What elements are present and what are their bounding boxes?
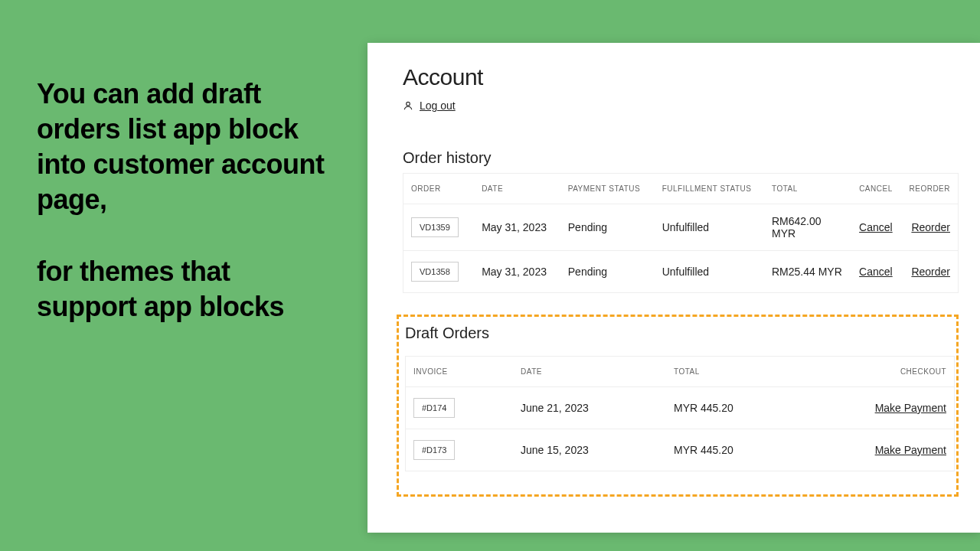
- draft-orders-title: Draft Orders: [405, 324, 949, 342]
- order-history-table: ORDER DATE PAYMENT STATUS FULFILLMENT ST…: [403, 173, 959, 293]
- cell-total: MYR 445.20: [666, 387, 819, 429]
- order-history-title: Order history: [403, 149, 959, 167]
- cell-payment: Pending: [560, 251, 655, 293]
- table-row: #D173 June 15, 2023 MYR 445.20 Make Paym…: [406, 429, 954, 471]
- order-chip[interactable]: VD1358: [411, 262, 459, 282]
- col-invoice: INVOICE: [406, 357, 513, 387]
- promo-line-2: for themes that support app blocks: [37, 254, 328, 324]
- user-icon: [403, 100, 413, 111]
- cell-date: June 15, 2023: [513, 429, 666, 471]
- col-total: TOTAL: [764, 174, 851, 204]
- draft-orders-highlight: Draft Orders INVOICE DATE TOTAL CHECKOUT…: [397, 315, 959, 497]
- col-total: TOTAL: [666, 357, 819, 387]
- cell-total: RM642.00 MYR: [764, 204, 851, 251]
- make-payment-link[interactable]: Make Payment: [875, 402, 946, 414]
- table-row: VD1358 May 31, 2023 Pending Unfulfilled …: [403, 251, 958, 293]
- cell-fulfillment: Unfulfilled: [655, 251, 764, 293]
- page-title: Account: [403, 64, 959, 90]
- cell-fulfillment: Unfulfilled: [655, 204, 764, 251]
- col-date: DATE: [474, 174, 560, 204]
- table-row: VD1359 May 31, 2023 Pending Unfulfilled …: [403, 204, 958, 251]
- cell-total: MYR 445.20: [666, 429, 819, 471]
- logout-label: Log out: [420, 99, 456, 112]
- cell-payment: Pending: [560, 204, 655, 251]
- reorder-link[interactable]: Reorder: [911, 221, 950, 233]
- draft-orders-table: INVOICE DATE TOTAL CHECKOUT #D174 June 2…: [405, 356, 955, 471]
- cell-date: June 21, 2023: [513, 387, 666, 429]
- make-payment-link[interactable]: Make Payment: [875, 444, 946, 456]
- col-date: DATE: [513, 357, 666, 387]
- table-row: #D174 June 21, 2023 MYR 445.20 Make Paym…: [406, 387, 954, 429]
- logout-link[interactable]: Log out: [403, 99, 456, 112]
- col-reorder: REORDER: [900, 174, 958, 204]
- account-panel: Account Log out Order history ORDER DATE…: [368, 43, 980, 533]
- cell-total: RM25.44 MYR: [764, 251, 851, 293]
- cell-date: May 31, 2023: [474, 251, 560, 293]
- col-cancel: CANCEL: [851, 174, 900, 204]
- col-payment: PAYMENT STATUS: [560, 174, 655, 204]
- cancel-link[interactable]: Cancel: [859, 266, 893, 278]
- col-fulfillment: FULFILLMENT STATUS: [655, 174, 764, 204]
- cancel-link[interactable]: Cancel: [859, 221, 893, 233]
- promo-line-1: You can add draft orders list app block …: [37, 77, 328, 217]
- promo-copy: You can add draft orders list app block …: [37, 77, 328, 324]
- col-order: ORDER: [403, 174, 474, 204]
- col-checkout: CHECKOUT: [819, 357, 954, 387]
- svg-point-0: [407, 102, 410, 106]
- invoice-chip[interactable]: #D173: [413, 440, 455, 460]
- invoice-chip[interactable]: #D174: [413, 398, 455, 418]
- cell-date: May 31, 2023: [474, 204, 560, 251]
- order-chip[interactable]: VD1359: [411, 217, 459, 237]
- reorder-link[interactable]: Reorder: [911, 266, 950, 278]
